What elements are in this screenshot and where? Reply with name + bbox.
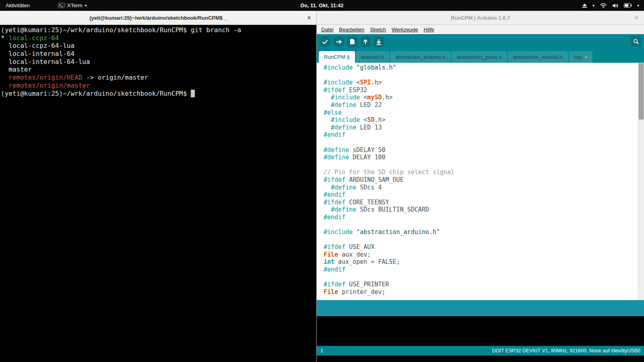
tab-label: abstraction_vstudio.h bbox=[513, 54, 563, 60]
terminal-line: (yeti@kumari:25)~/wrk/arduino/sketchbook… bbox=[1, 90, 316, 98]
volume-icon[interactable] bbox=[612, 3, 619, 8]
new-sketch-button[interactable] bbox=[347, 37, 357, 47]
battery-icon[interactable] bbox=[624, 3, 632, 8]
text-segment: #endif bbox=[324, 191, 345, 198]
text-segment: // Pin for the SD chip select signal bbox=[324, 169, 454, 176]
statusbar-line-number: 1 bbox=[320, 348, 323, 354]
code-line: #ifdef ARDUINO_SAM_DUE bbox=[324, 176, 636, 184]
chevron-down-icon[interactable]: ▾ bbox=[592, 4, 594, 8]
eject-icon[interactable] bbox=[582, 3, 587, 8]
text-segment: #define bbox=[324, 154, 353, 161]
text-segment bbox=[324, 116, 331, 123]
xterm-titlebar[interactable]: (yeti@kumari:25)~/wrk/arduino/sketchbook… bbox=[0, 11, 316, 25]
tab-abstract-h[interactable]: abstract.h bbox=[356, 51, 389, 63]
terminal-line: local-internal-64-lua bbox=[1, 58, 316, 66]
upload-button[interactable] bbox=[333, 36, 344, 47]
terminal-line: remotes/origin/HEAD -> origin/master bbox=[1, 74, 316, 82]
magnifier-icon bbox=[633, 39, 639, 45]
clock[interactable]: Do, 11. Okt, 11:42 bbox=[0, 2, 644, 8]
activities-button[interactable]: Aktivitäten bbox=[0, 0, 35, 11]
ide-titlebar[interactable]: RunCPM | Arduino 1.8.7 × bbox=[317, 11, 644, 25]
text-segment: #ifdef bbox=[324, 281, 349, 288]
text-segment: "globals.h" bbox=[356, 64, 396, 71]
close-icon[interactable]: × bbox=[634, 14, 639, 21]
text-segment: remotes/origin/master bbox=[8, 82, 90, 89]
text-segment: sDELAY 50 bbox=[353, 146, 385, 154]
menu-item-werkzeuge[interactable]: Werkzeuge bbox=[389, 27, 421, 33]
text-segment: USE_PRINTER bbox=[349, 281, 389, 288]
text-segment: #ifdef bbox=[324, 199, 349, 206]
menu-item-datei[interactable]: Datei bbox=[318, 27, 336, 33]
tab-dropdown-caret[interactable]: ▾ bbox=[585, 54, 587, 60]
system-status-area[interactable]: ▾ ▾ bbox=[582, 3, 644, 8]
code-line: #endif bbox=[324, 191, 636, 199]
text-segment: ESP32 bbox=[349, 86, 367, 94]
code-line: int aux_open = FALSE; bbox=[324, 258, 636, 266]
verify-button[interactable] bbox=[320, 36, 330, 47]
text-segment: #else bbox=[324, 109, 342, 116]
app-menu[interactable]: XTerm ▾ bbox=[55, 0, 90, 11]
scrollbar-thumb[interactable] bbox=[639, 63, 644, 119]
menu-item-sketch[interactable]: Sketch bbox=[367, 27, 389, 33]
terminal-line: local-internal-64 bbox=[1, 50, 316, 58]
editor-scrollbar[interactable] bbox=[638, 63, 644, 300]
editor[interactable]: #include "globals.h" #include <SPI.h>#if… bbox=[317, 63, 644, 300]
text-segment: DELAY 100 bbox=[353, 154, 385, 161]
menu-item-hilfe[interactable]: Hilfe bbox=[421, 27, 437, 33]
text-segment: File bbox=[324, 288, 338, 296]
text-segment: LED 22 bbox=[360, 101, 382, 109]
code-line: File printer_dev; bbox=[324, 288, 636, 296]
text-segment: File bbox=[324, 251, 338, 258]
terminal-line: remotes/origin/master bbox=[1, 82, 316, 90]
text-segment bbox=[1, 74, 8, 81]
code-line: #define SDcs 4 bbox=[324, 184, 636, 191]
code-line: #define LED 13 bbox=[324, 124, 636, 132]
tab-abstraction-posix-h[interactable]: abstraction_posix.h bbox=[452, 51, 507, 63]
text-segment: printer_dev; bbox=[338, 288, 385, 296]
serial-monitor-button[interactable] bbox=[631, 36, 641, 47]
tab-strip: RunCPM §abstract.habstraction_arduino.ha… bbox=[317, 49, 644, 63]
text-segment: #endif bbox=[324, 266, 345, 273]
bottom-filler bbox=[317, 356, 644, 362]
text-segment: local-internal-64 bbox=[1, 50, 74, 58]
save-sketch-button[interactable] bbox=[374, 37, 384, 47]
text-segment: #include bbox=[331, 94, 363, 101]
code-line: File aux_dev; bbox=[324, 251, 636, 259]
code-line bbox=[324, 139, 636, 146]
chevron-down-icon[interactable]: ▾ bbox=[637, 4, 639, 8]
code-line: #ifdef USE_AUX bbox=[324, 243, 636, 251]
code-line bbox=[324, 221, 636, 228]
tab-runcpm[interactable]: RunCPM § bbox=[319, 51, 355, 63]
terminal-output[interactable]: (yeti@kumari:25)~/wrk/arduino/sketchbook… bbox=[0, 25, 316, 99]
terminal-line: local-ccpz-64-lua bbox=[1, 42, 316, 50]
tab-abstraction-arduino-h[interactable]: abstraction_arduino.h bbox=[390, 51, 451, 63]
tab-abstraction-vstudio-h[interactable]: abstraction_vstudio.h bbox=[508, 51, 568, 63]
text-segment bbox=[324, 184, 331, 191]
text-segment: "abstraction_arduino.h" bbox=[356, 228, 440, 236]
text-segment: USE_AUX bbox=[349, 243, 374, 251]
text-segment bbox=[324, 124, 331, 131]
tab-ccp[interactable]: ccp▾ bbox=[569, 51, 592, 63]
text-segment: #ifdef bbox=[324, 86, 349, 94]
code-lines: #include "globals.h" #include <SPI.h>#if… bbox=[317, 63, 644, 296]
text-segment: -> origin/master bbox=[82, 74, 148, 81]
text-segment: #define bbox=[331, 101, 360, 109]
code-line: #endif bbox=[324, 214, 636, 221]
code-line bbox=[324, 274, 636, 281]
code-line: #include <SD.h> bbox=[324, 116, 636, 124]
close-icon[interactable]: × bbox=[307, 14, 311, 21]
code-line: #define sDELAY 50 bbox=[324, 146, 636, 154]
text-segment: .h> bbox=[374, 116, 385, 123]
text-segment: #include bbox=[324, 64, 356, 71]
tab-label: abstract.h bbox=[361, 54, 384, 60]
text-segment: SDcs BUILTIN_SDCARD bbox=[360, 206, 429, 213]
wifi-icon[interactable] bbox=[600, 3, 607, 8]
terminal-line: master bbox=[1, 66, 316, 74]
code-line: #define DELAY 100 bbox=[324, 154, 636, 161]
text-segment: #endif bbox=[324, 214, 345, 221]
code-line: #endif bbox=[324, 266, 636, 274]
menu-item-bearbeiten[interactable]: Bearbeiten bbox=[336, 27, 367, 33]
text-segment: #define bbox=[331, 206, 360, 213]
code-line: #include <mySD.h> bbox=[324, 94, 636, 101]
open-sketch-button[interactable] bbox=[360, 37, 371, 47]
